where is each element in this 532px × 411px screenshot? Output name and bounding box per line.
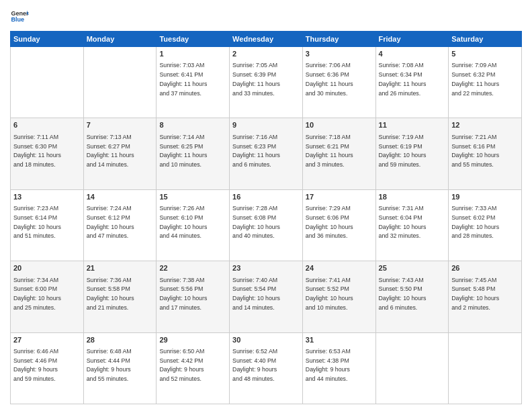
day-info: Sunrise: 7:18 AM Sunset: 6:21 PM Dayligh… <box>306 134 353 168</box>
day-info: Sunrise: 6:48 AM Sunset: 4:44 PM Dayligh… <box>87 348 132 382</box>
calendar-cell <box>83 47 157 118</box>
col-header-monday: Monday <box>83 32 157 47</box>
col-header-friday: Friday <box>375 32 449 47</box>
day-number: 16 <box>232 192 300 202</box>
calendar-cell: 9Sunrise: 7:16 AM Sunset: 6:23 PM Daylig… <box>230 118 303 189</box>
calendar-cell: 17Sunrise: 7:29 AM Sunset: 6:06 PM Dayli… <box>302 189 375 261</box>
day-info: Sunrise: 7:16 AM Sunset: 6:23 PM Dayligh… <box>232 134 280 168</box>
calendar-week-5: 27Sunrise: 6:46 AM Sunset: 4:46 PM Dayli… <box>11 332 522 404</box>
calendar-cell: 5Sunrise: 7:09 AM Sunset: 6:32 PM Daylig… <box>449 47 522 118</box>
calendar-cell: 11Sunrise: 7:19 AM Sunset: 6:19 PM Dayli… <box>375 118 449 189</box>
day-info: Sunrise: 7:08 AM Sunset: 6:34 PM Dayligh… <box>379 62 427 96</box>
day-number: 25 <box>379 263 446 273</box>
calendar-cell: 6Sunrise: 7:11 AM Sunset: 6:30 PM Daylig… <box>11 118 84 189</box>
day-info: Sunrise: 7:19 AM Sunset: 6:19 PM Dayligh… <box>379 134 427 168</box>
day-number: 14 <box>87 192 154 202</box>
day-info: Sunrise: 7:45 AM Sunset: 5:48 PM Dayligh… <box>451 277 499 311</box>
day-number: 21 <box>87 263 154 273</box>
day-number: 9 <box>232 120 300 130</box>
calendar-week-1: 1Sunrise: 7:03 AM Sunset: 6:41 PM Daylig… <box>11 47 522 118</box>
day-info: Sunrise: 7:34 AM Sunset: 6:00 PM Dayligh… <box>13 277 61 311</box>
calendar-cell: 7Sunrise: 7:13 AM Sunset: 6:27 PM Daylig… <box>83 118 157 189</box>
day-number: 20 <box>13 263 81 273</box>
day-number: 17 <box>306 192 373 202</box>
day-info: Sunrise: 7:03 AM Sunset: 6:41 PM Dayligh… <box>159 62 207 96</box>
calendar-cell: 12Sunrise: 7:21 AM Sunset: 6:16 PM Dayli… <box>449 118 522 189</box>
day-info: Sunrise: 7:40 AM Sunset: 5:54 PM Dayligh… <box>232 277 280 311</box>
day-number: 6 <box>13 120 81 130</box>
day-number: 19 <box>451 192 519 202</box>
calendar-cell: 4Sunrise: 7:08 AM Sunset: 6:34 PM Daylig… <box>375 47 449 118</box>
day-number: 4 <box>379 49 446 59</box>
day-info: Sunrise: 7:31 AM Sunset: 6:04 PM Dayligh… <box>379 205 427 239</box>
day-number: 27 <box>13 335 81 345</box>
day-info: Sunrise: 7:28 AM Sunset: 6:08 PM Dayligh… <box>232 205 280 239</box>
day-number: 3 <box>306 49 373 59</box>
day-number: 8 <box>159 120 226 130</box>
day-number: 26 <box>451 263 519 273</box>
calendar-cell: 28Sunrise: 6:48 AM Sunset: 4:44 PM Dayli… <box>83 332 157 404</box>
page-header: General Blue <box>10 7 522 26</box>
calendar-cell: 16Sunrise: 7:28 AM Sunset: 6:08 PM Dayli… <box>230 189 303 261</box>
day-info: Sunrise: 7:38 AM Sunset: 5:56 PM Dayligh… <box>159 277 207 311</box>
svg-text:General: General <box>11 10 29 17</box>
calendar-cell: 2Sunrise: 7:05 AM Sunset: 6:39 PM Daylig… <box>230 47 303 118</box>
day-info: Sunrise: 7:11 AM Sunset: 6:30 PM Dayligh… <box>13 134 61 168</box>
day-info: Sunrise: 6:50 AM Sunset: 4:42 PM Dayligh… <box>159 348 204 382</box>
day-info: Sunrise: 7:24 AM Sunset: 6:12 PM Dayligh… <box>87 205 134 239</box>
day-info: Sunrise: 6:46 AM Sunset: 4:46 PM Dayligh… <box>13 348 58 382</box>
calendar-cell: 21Sunrise: 7:36 AM Sunset: 5:58 PM Dayli… <box>83 261 157 332</box>
calendar-cell <box>375 332 449 404</box>
day-number: 13 <box>13 192 81 202</box>
calendar-week-3: 13Sunrise: 7:23 AM Sunset: 6:14 PM Dayli… <box>11 189 522 261</box>
calendar-cell: 30Sunrise: 6:52 AM Sunset: 4:40 PM Dayli… <box>230 332 303 404</box>
day-info: Sunrise: 7:21 AM Sunset: 6:16 PM Dayligh… <box>451 134 499 168</box>
day-info: Sunrise: 7:05 AM Sunset: 6:39 PM Dayligh… <box>232 62 280 96</box>
day-info: Sunrise: 6:52 AM Sunset: 4:40 PM Dayligh… <box>232 348 277 382</box>
day-info: Sunrise: 7:09 AM Sunset: 6:32 PM Dayligh… <box>451 62 499 96</box>
calendar-cell: 27Sunrise: 6:46 AM Sunset: 4:46 PM Dayli… <box>11 332 84 404</box>
day-info: Sunrise: 7:06 AM Sunset: 6:36 PM Dayligh… <box>306 62 353 96</box>
day-number: 15 <box>159 192 226 202</box>
day-number: 5 <box>451 49 519 59</box>
calendar-cell: 20Sunrise: 7:34 AM Sunset: 6:00 PM Dayli… <box>11 261 84 332</box>
calendar-cell: 29Sunrise: 6:50 AM Sunset: 4:42 PM Dayli… <box>157 332 230 404</box>
day-info: Sunrise: 7:36 AM Sunset: 5:58 PM Dayligh… <box>87 277 134 311</box>
logo: General Blue <box>10 7 29 26</box>
day-info: Sunrise: 7:29 AM Sunset: 6:06 PM Dayligh… <box>306 205 353 239</box>
day-info: Sunrise: 7:33 AM Sunset: 6:02 PM Dayligh… <box>451 205 499 239</box>
day-number: 22 <box>159 263 226 273</box>
day-number: 10 <box>306 120 373 130</box>
calendar-cell: 22Sunrise: 7:38 AM Sunset: 5:56 PM Dayli… <box>157 261 230 332</box>
day-number: 7 <box>87 120 154 130</box>
col-header-sunday: Sunday <box>11 32 84 47</box>
day-number: 29 <box>159 335 226 345</box>
calendar-cell: 1Sunrise: 7:03 AM Sunset: 6:41 PM Daylig… <box>157 47 230 118</box>
calendar-cell: 8Sunrise: 7:14 AM Sunset: 6:25 PM Daylig… <box>157 118 230 189</box>
day-number: 2 <box>232 49 300 59</box>
calendar-cell: 31Sunrise: 6:53 AM Sunset: 4:38 PM Dayli… <box>302 332 375 404</box>
day-info: Sunrise: 7:26 AM Sunset: 6:10 PM Dayligh… <box>159 205 207 239</box>
day-number: 31 <box>306 335 373 345</box>
day-info: Sunrise: 7:23 AM Sunset: 6:14 PM Dayligh… <box>13 205 61 239</box>
calendar-cell: 14Sunrise: 7:24 AM Sunset: 6:12 PM Dayli… <box>83 189 157 261</box>
calendar-week-2: 6Sunrise: 7:11 AM Sunset: 6:30 PM Daylig… <box>11 118 522 189</box>
calendar-cell: 10Sunrise: 7:18 AM Sunset: 6:21 PM Dayli… <box>302 118 375 189</box>
day-number: 18 <box>379 192 446 202</box>
day-info: Sunrise: 7:41 AM Sunset: 5:52 PM Dayligh… <box>306 277 353 311</box>
day-number: 11 <box>379 120 446 130</box>
calendar-body: 1Sunrise: 7:03 AM Sunset: 6:41 PM Daylig… <box>11 47 522 404</box>
day-number: 28 <box>87 335 154 345</box>
day-number: 24 <box>306 263 373 273</box>
day-number: 1 <box>159 49 226 59</box>
day-info: Sunrise: 7:13 AM Sunset: 6:27 PM Dayligh… <box>87 134 134 168</box>
calendar-week-4: 20Sunrise: 7:34 AM Sunset: 6:00 PM Dayli… <box>11 261 522 332</box>
day-number: 12 <box>451 120 519 130</box>
col-header-tuesday: Tuesday <box>157 32 230 47</box>
calendar-cell <box>449 332 522 404</box>
calendar-cell: 15Sunrise: 7:26 AM Sunset: 6:10 PM Dayli… <box>157 189 230 261</box>
day-number: 23 <box>232 263 300 273</box>
col-header-wednesday: Wednesday <box>230 32 303 47</box>
calendar-table: SundayMondayTuesdayWednesdayThursdayFrid… <box>10 31 522 404</box>
calendar-cell: 3Sunrise: 7:06 AM Sunset: 6:36 PM Daylig… <box>302 47 375 118</box>
